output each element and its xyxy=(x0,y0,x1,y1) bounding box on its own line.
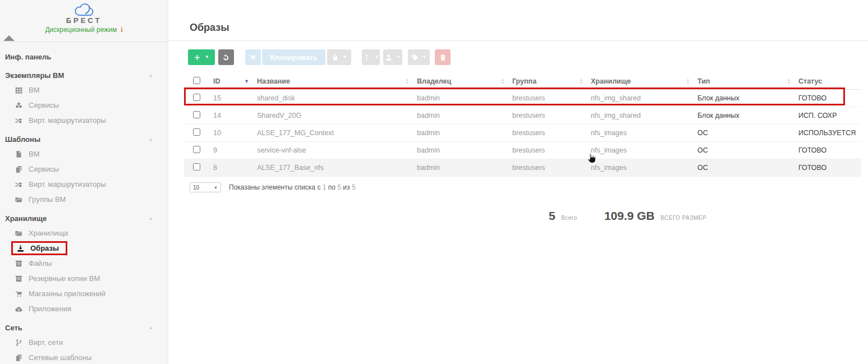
sidebar-item-vm-groups[interactable]: Группы ВМ xyxy=(0,192,168,207)
table-row-image-10[interactable]: 10 ALSE_177_MG_Context badmin brestusers… xyxy=(184,125,861,142)
marketplace-button[interactable] xyxy=(245,49,261,65)
sidebar-section-header-storage[interactable]: Хранилище ▲ xyxy=(0,211,168,225)
cell-status: ГОТОВО xyxy=(794,142,861,159)
table-row-image-14[interactable]: 14 SharedV_20G badmin brestusers nfs_img… xyxy=(184,107,861,125)
sidebar-item-datastores[interactable]: Хранилища xyxy=(0,225,168,241)
cell-id: 8 xyxy=(209,159,252,177)
security-mode-link[interactable]: Дискреционный режимi xyxy=(0,26,168,34)
collapse-caret-icon[interactable]: ▲ xyxy=(149,215,153,222)
main-panel: Образы ▼ Клонировать ▼ ▼ ▼ ▼ ID xyxy=(168,0,868,364)
cell-checkbox xyxy=(184,125,209,142)
row-checkbox[interactable] xyxy=(193,163,200,171)
file-icon xyxy=(15,150,23,158)
cell-group: brestusers xyxy=(508,90,586,107)
refresh-button[interactable] xyxy=(218,49,234,65)
sidebar-item-box: Хранилища xyxy=(15,229,68,237)
sidebar-item-service-templates[interactable]: Сервисы xyxy=(0,162,168,177)
sidebar-item-services[interactable]: Сервисы xyxy=(0,98,168,113)
column-header-type[interactable]: Тип ▲▼ xyxy=(693,73,794,90)
cell-name[interactable]: shared_disk xyxy=(252,90,412,107)
sort-icon[interactable]: ▲▼ xyxy=(406,78,409,85)
section-label: Хранилище xyxy=(5,215,47,222)
collapse-caret-icon[interactable]: ▲ xyxy=(149,324,153,331)
chown-button[interactable]: ▼ xyxy=(383,49,402,65)
row-checkbox[interactable] xyxy=(193,111,200,118)
sidebar-item-images[interactable]: Образы xyxy=(0,241,168,256)
caret-down-icon: ▼ xyxy=(205,55,209,59)
column-label: Тип xyxy=(697,77,710,85)
archive-icon xyxy=(15,260,23,268)
collapse-caret-icon[interactable]: ▲ xyxy=(149,72,153,79)
collapse-caret-icon[interactable]: ▲ xyxy=(149,136,153,143)
toolbar: ▼ Клонировать ▼ ▼ ▼ ▼ xyxy=(188,49,868,65)
labels-button[interactable]: ▼ xyxy=(408,49,430,65)
column-header-datastore[interactable]: Хранилище ▲▼ xyxy=(586,73,693,90)
column-header-name[interactable]: Название ▲▼ xyxy=(252,73,412,90)
cell-status: ГОТОВО xyxy=(794,90,861,107)
ellipsis-v-icon xyxy=(363,54,370,61)
actions-button[interactable]: ▼ xyxy=(362,49,380,65)
sidebar-section-header-dashboard[interactable]: Инф. панель xyxy=(0,50,168,64)
sidebar-item-apps[interactable]: Приложения xyxy=(0,301,168,316)
sidebar-item-label: Файлы xyxy=(29,259,52,268)
sort-icon[interactable]: ▲▼ xyxy=(580,78,583,85)
table-row-image-15[interactable]: 15 shared_disk badmin brestusers nfs_img… xyxy=(184,90,861,107)
sort-icon[interactable]: ▲▼ xyxy=(501,78,504,85)
total-count-label: Всего xyxy=(561,215,577,221)
sidebar-item-marketplaces[interactable]: Магазины приложений xyxy=(0,286,168,301)
cell-checkbox xyxy=(184,142,209,159)
sidebar-item-virtual-routers[interactable]: Вирт. маршрутизаторы xyxy=(0,113,168,128)
sort-icon[interactable]: ▲▼ xyxy=(787,78,791,85)
sidebar-item-vms[interactable]: ВМ xyxy=(0,82,168,98)
sidebar-item-vm-backups[interactable]: Резервные копии ВМ xyxy=(0,271,168,286)
sidebar-item-vrouter-templates[interactable]: Вирт. маршрутизаторы xyxy=(0,177,168,192)
table-body: 15 shared_disk badmin brestusers nfs_img… xyxy=(184,90,861,177)
cell-id: 9 xyxy=(209,142,252,159)
lock-icon xyxy=(332,54,339,61)
lock-button[interactable]: ▼ xyxy=(327,49,351,65)
sort-icon[interactable]: ▲▼ xyxy=(686,78,690,85)
column-header-group[interactable]: Группа ▲▼ xyxy=(508,73,586,90)
info-icon[interactable]: i xyxy=(121,26,122,34)
sidebar-section-header-network[interactable]: Сеть ▲ xyxy=(0,321,168,335)
cell-name[interactable]: SharedV_20G xyxy=(252,107,412,125)
sidebar-section-header-templates[interactable]: Шаблоны ▲ xyxy=(0,132,168,146)
sidebar-item-label: Магазины приложений xyxy=(29,289,105,298)
sidebar-item-label: ВМ xyxy=(29,86,40,94)
sidebar-section-header-vm-instances[interactable]: Экземпляры ВМ ▲ xyxy=(0,68,168,82)
table-row-image-8[interactable]: 8 ALSE_177_Base_nfs badmin brestusers nf… xyxy=(184,159,861,177)
cell-datastore: nfs_images xyxy=(586,159,693,177)
sidebar-item-virtual-networks[interactable]: Вирт. сети xyxy=(0,335,168,350)
triangle-up-icon[interactable] xyxy=(3,35,15,41)
column-header-id[interactable]: ID ▼ xyxy=(209,73,252,90)
delete-button[interactable] xyxy=(435,49,451,65)
row-checkbox[interactable] xyxy=(193,94,200,101)
column-label: Хранилище xyxy=(591,77,631,85)
branch-icon xyxy=(15,339,23,347)
table-row-image-9[interactable]: 9 service-vnf-alse badmin brestusers nfs… xyxy=(184,142,861,159)
column-header-status[interactable]: Статус xyxy=(794,73,861,90)
sidebar-item-label: Сетевые шаблоны xyxy=(29,353,91,362)
sidebar-item-vm-templates[interactable]: ВМ xyxy=(0,146,168,162)
create-button[interactable]: ▼ xyxy=(188,49,215,65)
sort-desc-icon[interactable]: ▼ xyxy=(244,79,249,84)
row-checkbox[interactable] xyxy=(193,128,200,136)
sidebar-item-box: ВМ xyxy=(15,150,40,158)
sidebar-item-network-templates[interactable]: Сетевые шаблоны xyxy=(0,350,168,364)
page-size-select[interactable]: 10 ▼ xyxy=(190,182,221,192)
total-count-block: 5 Всего xyxy=(549,209,577,223)
tag-icon xyxy=(411,54,419,61)
section-label: Экземпляры ВМ xyxy=(5,72,64,79)
cell-checkbox xyxy=(184,159,209,177)
cell-name[interactable]: ALSE_177_MG_Context xyxy=(252,125,412,142)
sidebar-item-files[interactable]: Файлы xyxy=(0,256,168,271)
cell-name[interactable]: ALSE_177_Base_nfs xyxy=(252,159,412,177)
cell-name[interactable]: service-vnf-alse xyxy=(252,142,412,159)
clone-button[interactable]: Клонировать xyxy=(262,49,325,65)
column-header-owner[interactable]: Владелец ▲▼ xyxy=(412,73,508,90)
row-checkbox[interactable] xyxy=(193,146,200,153)
table-header-row: ID ▼ Название ▲▼ Владелец ▲▼ Группа ▲▼ Х… xyxy=(184,73,861,90)
select-all-checkbox[interactable] xyxy=(193,77,200,84)
shuffle-icon xyxy=(15,117,23,125)
cell-status: ИСПОЛЬЗУЕТСЯ xyxy=(794,125,861,142)
